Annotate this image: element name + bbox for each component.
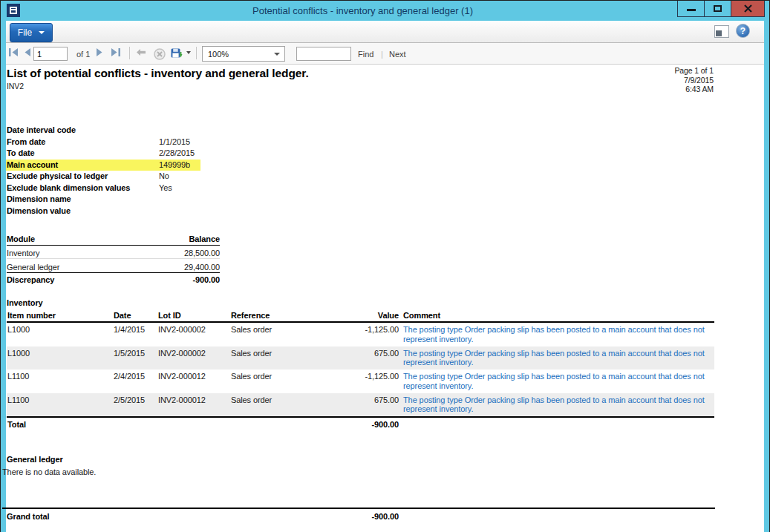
param-label: Exclude physical to ledger [7, 171, 108, 180]
date-cell: 1/5/2015 [114, 349, 145, 358]
report-page: List of potential conflicts - inventory … [6, 65, 764, 532]
lot-id-cell: INV2-000012 [158, 395, 206, 404]
prev-page-button[interactable] [25, 48, 31, 56]
parameter-row-highlighted: Main account 149999b [6, 160, 200, 171]
back-button[interactable] [136, 48, 146, 56]
find-button[interactable]: Find [358, 50, 373, 59]
zoom-value: 100% [208, 50, 229, 59]
save-export-icon [171, 48, 183, 60]
export-button[interactable] [171, 48, 183, 60]
file-caret-icon [39, 31, 45, 34]
parameter-row: From date 1/1/2015 [6, 137, 214, 148]
value-cell: -1,125.00 [274, 325, 399, 334]
prev-page-icon [25, 48, 31, 56]
module-table: Module Balance Inventory 28,500.00 Gener… [7, 233, 220, 286]
param-label: From date [7, 137, 45, 146]
minimize-button[interactable] [677, 0, 705, 17]
date-cell: 2/4/2015 [114, 372, 145, 381]
parameter-row: Exclude blank dimension values Yes [6, 183, 214, 194]
zoom-select[interactable]: 100% [202, 46, 285, 62]
help-icon[interactable]: ? [736, 24, 750, 38]
window-title: Potential conflicts - inventory and gene… [45, 5, 680, 16]
report-subtitle: INV2 [7, 82, 24, 91]
last-page-button[interactable] [111, 48, 121, 56]
file-menu-label: File [18, 27, 32, 38]
param-label: Dimension name [7, 194, 71, 203]
parameter-block: Date interval code From date 1/1/2015 To… [6, 125, 214, 217]
inventory-table: Item number Date Lot ID Reference Value … [7, 310, 714, 430]
zoom-caret-icon [274, 53, 280, 56]
report-viewer-window: Potential conflicts - inventory and gene… [0, 0, 770, 532]
window-border-left [1, 21, 6, 532]
menubar: File ? [6, 21, 764, 43]
no-data-text: There is no data available. [2, 467, 96, 476]
date-header: Date [114, 311, 131, 320]
file-menu-button[interactable]: File [10, 23, 53, 42]
param-value: No [159, 171, 169, 180]
reference-header: Reference [231, 311, 270, 320]
table-row: L1100 2/5/2015 INV2-000012 Sales order 6… [7, 393, 714, 417]
close-icon [744, 4, 752, 13]
param-label: Exclude blank dimension values [7, 183, 130, 192]
item-number-cell: L1100 [7, 395, 29, 404]
reference-cell: Sales order [231, 372, 272, 381]
module-cell: General ledger [7, 263, 59, 272]
lot-id-cell: INV2-000002 [158, 349, 206, 358]
module-column-header: Module [7, 234, 35, 245]
page-info: Page 1 of 1 [674, 66, 714, 76]
titlebar: Potential conflicts - inventory and gene… [1, 1, 769, 21]
maximize-button[interactable] [704, 0, 731, 17]
next-button[interactable]: Next [389, 50, 406, 59]
cancel-icon [154, 48, 166, 60]
param-label: Date interval code [7, 125, 76, 134]
page-number-input[interactable] [33, 47, 68, 61]
report-toolbar: of 1 [6, 43, 764, 65]
item-number-cell: L1000 [7, 349, 30, 358]
general-ledger-section-title: General ledger [7, 455, 63, 464]
report-time: 6:43 AM [674, 85, 714, 94]
export-caret-button[interactable] [186, 51, 191, 54]
lot-id-cell: INV2-000012 [158, 372, 206, 381]
discrepancy-value: -900.00 [192, 275, 220, 286]
lot-id-cell: INV2-000002 [158, 325, 206, 334]
next-page-button[interactable] [96, 48, 102, 56]
parameter-row: Exclude physical to ledger No [6, 171, 214, 183]
find-input[interactable] [296, 47, 351, 61]
param-label: Main account [7, 160, 58, 169]
close-button[interactable] [731, 0, 765, 17]
value-cell: -1,125.00 [274, 372, 399, 381]
item-number-cell: L1000 [7, 325, 30, 334]
grand-total-label: Grand total [7, 512, 50, 521]
comment-cell: The posting type Order packing slip has … [403, 372, 711, 391]
comment-cell: The posting type Order packing slip has … [403, 349, 711, 368]
cancel-button[interactable] [154, 48, 166, 60]
lot-id-header: Lot ID [158, 311, 181, 320]
balance-column-header: Balance [189, 234, 221, 245]
parameter-row: Dimension value [6, 206, 214, 217]
balance-cell: 29,400.00 [184, 263, 220, 272]
param-value: 149999b [159, 160, 190, 169]
report-date: 7/9/2015 [674, 76, 714, 85]
module-cell: Inventory [7, 249, 39, 258]
table-row: L1100 2/4/2015 INV2-000012 Sales order -… [7, 370, 714, 393]
date-cell: 2/5/2015 [114, 395, 145, 404]
back-icon [136, 48, 146, 56]
layout-toggle-icon[interactable] [714, 25, 729, 38]
discrepancy-row: Discrepancy -900.00 [7, 273, 220, 286]
item-number-cell: L1100 [7, 372, 29, 381]
parameter-row: Date interval code [6, 125, 214, 137]
first-page-icon [8, 48, 19, 56]
next-page-icon [96, 48, 102, 56]
find-next-separator: | [381, 50, 383, 59]
last-page-icon [111, 48, 121, 56]
table-row: Inventory 28,500.00 [7, 246, 220, 259]
balance-cell: 28,500.00 [184, 249, 220, 258]
reference-cell: Sales order [231, 325, 272, 334]
first-page-button[interactable] [8, 48, 19, 56]
minimize-icon [687, 9, 696, 11]
discrepancy-label: Discrepancy [7, 275, 54, 286]
page-count-label: of 1 [76, 50, 90, 59]
comment-header: Comment [403, 311, 711, 321]
parameter-row: Dimension name [6, 194, 214, 206]
report-title: List of potential conflicts - inventory … [7, 67, 309, 80]
